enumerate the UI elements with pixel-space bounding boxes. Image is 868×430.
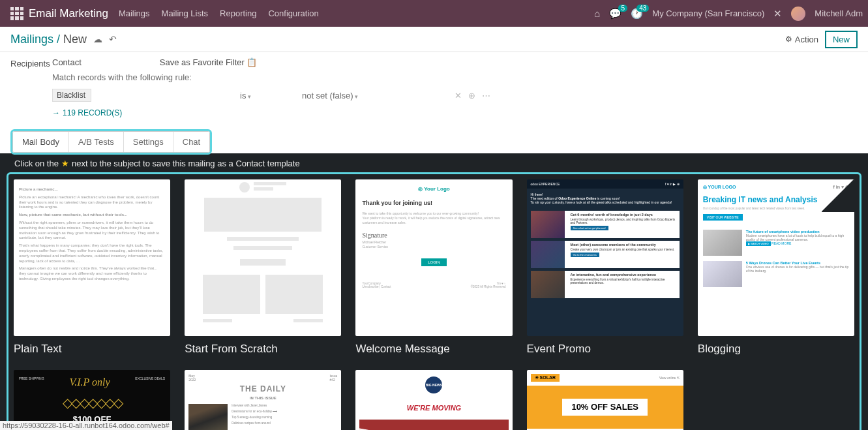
breadcrumb-current: New [63,33,87,46]
avatar[interactable] [791,7,805,21]
template-hint: Click on the ★ next to the subject to sa… [0,153,868,172]
template-thumb: ◎ Your Logo Thank you for joining us! We… [355,179,512,336]
nav-right: ⌂ 💬5 🕐43 My Company (San Francisco) ✕ Mi… [594,7,863,21]
nav-configuration[interactable]: Configuration [268,8,318,18]
template-area: Click on the ★ next to the subject to sa… [0,153,868,430]
tabs-highlight: Mail Body A/B Tests Settings Chat [10,129,212,155]
template-moving[interactable]: BIG NEWS WE'RE MOVING [355,370,512,430]
template-thumb: Picture a mechanic... Picture an excepti… [14,179,170,336]
rule-add-icon[interactable]: ⊕ [468,91,475,100]
activities-badge: 43 [636,5,649,12]
company-selector[interactable]: My Company (San Francisco) [652,8,764,18]
top-navbar: Email Marketing Mailings Mailing Lists R… [0,0,868,27]
rule-more-icon[interactable]: ⋯ [482,91,490,100]
username: Mitchell Adm [815,8,863,18]
template-title: Event Promo [527,343,683,356]
template-solar[interactable]: ☀ SOLARView online ⇱ 10% OFF SALES [527,370,683,430]
template-thumb: ◎ YOUR LOGOf in ♥ ⊙ Breaking IT news and… [698,179,854,336]
nav-mailings[interactable]: Mailings [119,8,150,18]
template-title: Welcome Message [355,343,512,356]
breadcrumb: Mailings / New [10,33,87,46]
tab-settings[interactable]: Settings [124,132,173,152]
template-welcome-message[interactable]: ◎ Your Logo Thank you for joining us! We… [355,179,512,356]
nav-menu: Mailings Mailing Lists Reporting Configu… [119,8,319,18]
help-icon[interactable]: ⌂ [594,8,600,19]
cloud-save-icon[interactable]: ☁ [93,34,102,44]
rule-description: Match records with the following rule: [52,72,858,82]
action-menu[interactable]: Action [785,35,818,44]
template-title: Blogging [698,343,854,356]
star-icon: ★ [61,159,69,168]
template-thumb: BIG NEWS WE'RE MOVING [355,370,512,430]
recipients-value[interactable]: Contact [52,57,82,67]
save-filter-button[interactable]: Save as Favorite Filter 📋 [160,57,258,72]
tab-ab-tests[interactable]: A/B Tests [69,132,124,152]
template-plain-text[interactable]: Picture a mechanic... Picture an excepti… [14,179,170,356]
template-thumb: ☀ SOLARView online ⇱ 10% OFF SALES [527,370,683,430]
template-title: Plain Text [14,343,170,356]
messages-badge: 5 [618,5,627,12]
rule-delete-icon[interactable]: ✕ [455,91,462,100]
rule-operator[interactable]: is [97,91,251,100]
recipients-label: Recipients [10,57,52,69]
template-daily[interactable]: May2022Issue#42 THE DAILY IN THIS ISSUE … [185,370,341,430]
activities-icon[interactable]: 🕐43 [631,8,643,20]
rule-value[interactable]: not set (false) [256,91,358,100]
template-thumb: May2022Issue#42 THE DAILY IN THIS ISSUE … [185,370,341,430]
tab-mail-body[interactable]: Mail Body [13,132,69,152]
nav-mailing-lists[interactable]: Mailing Lists [162,8,209,18]
status-url: https://59030228-16-0-all.runbot164.odoo… [0,421,172,430]
template-title: Start From Scratch [185,343,341,356]
template-start-from-scratch[interactable]: Start From Scratch [185,179,341,356]
template-thumb [185,179,341,336]
tab-chat[interactable]: Chat [173,132,209,152]
app-brand[interactable]: Email Marketing [29,7,108,20]
form-area: Recipients Contact Save as Favorite Filt… [0,52,868,117]
template-thumb: odoo EXPERIENCEf ♥ in ▶ ⊕ Hi there!The n… [527,179,683,336]
debug-icon[interactable]: ✕ [773,8,782,20]
messages-icon[interactable]: 💬5 [609,8,621,20]
template-grid: Picture a mechanic... Picture an excepti… [14,179,854,430]
apps-icon[interactable] [10,7,23,20]
template-event-promo[interactable]: odoo EXPERIENCEf ♥ in ▶ ⊕ Hi there!The n… [527,179,683,356]
nav-reporting[interactable]: Reporting [220,8,256,18]
records-count-link[interactable]: 119 RECORD(S) [52,108,122,117]
template-blogging[interactable]: ◎ YOUR LOGOf in ♥ ⊙ Breaking IT news and… [698,179,854,356]
template-grid-highlight: Picture a mechanic... Picture an excepti… [7,172,861,430]
new-button[interactable]: New [825,31,858,48]
discard-icon[interactable]: ↶ [109,34,117,44]
breadcrumb-parent[interactable]: Mailings [10,33,53,46]
breadcrumb-bar: Mailings / New ☁ ↶ Action New [0,27,868,52]
rule-field-selector[interactable]: Blacklist [52,89,91,102]
filter-rule-row: Blacklist is not set (false) ✕ ⊕ ⋯ [52,89,858,102]
